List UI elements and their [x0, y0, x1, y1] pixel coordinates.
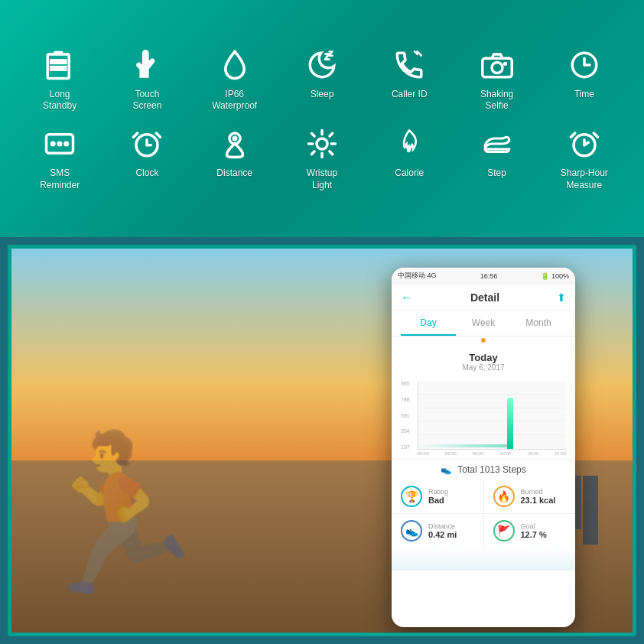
feature-touch-screen: TouchScreen	[103, 40, 190, 119]
feature-label: WristupLight	[307, 168, 337, 191]
feature-label: Sleep	[311, 89, 334, 101]
runner-silhouette: 🏃	[23, 437, 214, 590]
share-button[interactable]: ⬆	[557, 291, 566, 304]
svg-point-13	[51, 141, 55, 145]
feature-label: Caller ID	[392, 89, 428, 101]
carrier: 中国移动 4G	[398, 271, 437, 281]
feature-time: Time	[541, 40, 628, 119]
features-grid: LongStandby TouchScreen IP66Waterproof	[16, 40, 628, 197]
date-label: May 6, 2017	[392, 363, 575, 372]
grid-line	[418, 394, 566, 395]
feature-label: ShakingSelfie	[480, 89, 513, 112]
svg-point-22	[233, 136, 236, 140]
alarm-icon	[128, 125, 166, 163]
feature-label: Time	[574, 89, 594, 101]
feature-long-standby: LongStandby	[16, 40, 103, 119]
clock-icon	[565, 46, 603, 84]
sleep-icon: Z Z	[303, 46, 341, 84]
chart-x-labels: 00:00 06:00 09:00 12:00 18:00 21:00	[418, 450, 566, 456]
grid-line	[418, 421, 566, 421]
camera-icon	[478, 46, 516, 84]
touch-icon	[128, 46, 166, 84]
feature-caller-id: Caller ID	[366, 40, 453, 119]
svg-rect-2	[50, 60, 67, 63]
phone-status-bar: 中国移动 4G 16:56 🔋 100%	[392, 268, 575, 285]
shoe-icon	[478, 125, 516, 163]
svg-point-8	[503, 62, 506, 65]
feature-label: LongStandby	[43, 89, 76, 112]
battery-icon	[41, 46, 79, 84]
phone-mockup: 中国移动 4G 16:56 🔋 100% ← Detail ⬆ Day Week…	[392, 268, 575, 627]
tab-indicator	[392, 337, 575, 346]
burned-icon: 🔥	[493, 486, 515, 507]
chart-area	[418, 381, 566, 450]
phone-tabs: Day Week Month	[392, 311, 575, 337]
stat-distance: 👟 Distance 0.42 mi	[392, 514, 483, 548]
tab-week[interactable]: Week	[456, 311, 511, 336]
feature-label: Distance	[216, 168, 252, 180]
svg-point-15	[64, 141, 68, 145]
feature-distance: Distance	[191, 119, 278, 197]
svg-line-36	[594, 133, 597, 137]
feature-label: Sharp-HourMeasure	[561, 168, 608, 191]
baseline	[418, 444, 566, 447]
feature-clock: Clock	[103, 119, 190, 197]
today-label: Today	[392, 352, 575, 363]
battery: 🔋 100%	[541, 272, 569, 280]
feature-sharp-hour: Sharp-HourMeasure	[541, 119, 628, 197]
chart-y-labels: 985 788 591 394 197	[401, 381, 410, 450]
detail-title: Detail	[470, 291, 499, 304]
phone-bottom-bar	[392, 548, 575, 571]
feature-label: IP66Waterproof	[212, 89, 257, 112]
svg-rect-3	[50, 67, 67, 70]
svg-line-20	[157, 133, 161, 137]
stat-goal: 🚩 Goal 12.7 %	[484, 514, 576, 548]
feature-label: Clock	[135, 168, 158, 180]
steps-icon: 👟	[441, 464, 452, 475]
sun-icon	[303, 125, 341, 163]
feature-ip66: IP66Waterproof	[191, 40, 278, 119]
tab-day[interactable]: Day	[401, 311, 456, 336]
feature-step: Step	[453, 119, 540, 197]
grid-line	[418, 434, 566, 435]
phone-icon	[390, 46, 428, 84]
total-steps: 👟 Total 1013 Steps	[392, 459, 575, 480]
distance-stat-icon: 👟	[401, 520, 422, 542]
feature-label: SMSReminder	[40, 168, 80, 191]
svg-rect-1	[54, 51, 63, 54]
tab-month[interactable]: Month	[511, 311, 566, 336]
phone-header: ← Detail ⬆	[392, 285, 575, 311]
grid-line	[418, 408, 566, 408]
svg-point-7	[492, 62, 503, 73]
water-icon	[216, 46, 254, 84]
feature-label: Step	[487, 168, 506, 180]
svg-line-31	[330, 133, 333, 136]
flame-icon	[390, 125, 428, 163]
stat-burned: 🔥 Burned 23.1 kcal	[484, 480, 576, 513]
svg-line-28	[311, 133, 314, 136]
bottom-inner: 🏃 中国移动 4G 16:56 🔋 100% ← Detail ⬆	[8, 245, 636, 636]
activity-chart: 985 788 591 394 197 00:00	[392, 375, 575, 459]
back-button[interactable]: ←	[401, 291, 413, 304]
feature-label: TouchScreen	[132, 89, 161, 112]
svg-point-23	[317, 138, 327, 149]
feature-label: Calorie	[395, 168, 424, 180]
date-section: Today May 6, 2017	[392, 346, 575, 375]
alarm2-icon	[565, 125, 603, 163]
goal-icon: 🚩	[493, 520, 515, 542]
features-section: LongStandby TouchScreen IP66Waterproof	[0, 0, 644, 237]
sms-icon	[41, 125, 79, 163]
bottom-section: 🏃 中国移动 4G 16:56 🔋 100% ← Detail ⬆	[0, 237, 644, 644]
feature-sleep: Z Z Sleep	[278, 40, 366, 119]
svg-text:Z: Z	[329, 50, 333, 57]
distance-icon	[216, 125, 254, 163]
status-time: 16:56	[480, 272, 498, 280]
svg-point-14	[58, 141, 62, 145]
svg-line-19	[134, 133, 138, 137]
stat-rating: 🏆 Rating Bad	[392, 480, 483, 513]
feature-calorie: Calorie	[366, 119, 453, 197]
svg-line-30	[311, 151, 314, 154]
feature-wristup-light: WristupLight	[278, 119, 366, 197]
svg-line-35	[571, 133, 574, 137]
svg-line-29	[330, 151, 333, 154]
